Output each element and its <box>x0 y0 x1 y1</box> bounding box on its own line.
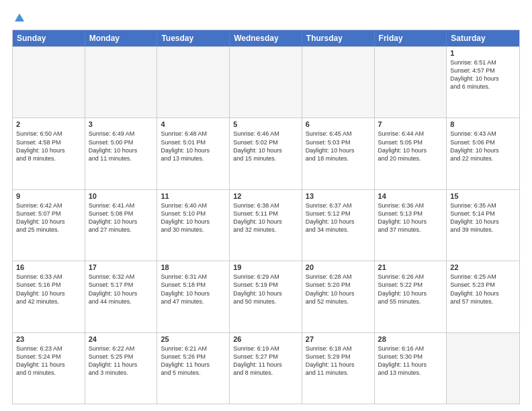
header-day-thursday: Thursday <box>302 30 375 46</box>
calendar-cell: 14Sunrise: 6:36 AM Sunset: 5:13 PM Dayli… <box>375 190 447 261</box>
day-number: 4 <box>161 120 226 128</box>
day-number: 18 <box>161 263 226 271</box>
day-info: Sunrise: 6:31 AM Sunset: 5:18 PM Dayligh… <box>161 273 226 306</box>
calendar-cell: 9Sunrise: 6:42 AM Sunset: 5:07 PM Daylig… <box>13 190 85 261</box>
day-number: 14 <box>378 192 443 200</box>
day-info: Sunrise: 6:38 AM Sunset: 5:11 PM Dayligh… <box>233 201 298 234</box>
calendar-cell <box>302 47 375 118</box>
calendar-cell <box>13 47 85 118</box>
day-number: 26 <box>233 335 298 343</box>
calendar-cell: 13Sunrise: 6:37 AM Sunset: 5:12 PM Dayli… <box>302 190 375 261</box>
day-info: Sunrise: 6:45 AM Sunset: 5:03 PM Dayligh… <box>306 130 371 163</box>
calendar-cell: 17Sunrise: 6:32 AM Sunset: 5:17 PM Dayli… <box>85 261 158 332</box>
day-number: 28 <box>378 335 443 343</box>
day-info: Sunrise: 6:33 AM Sunset: 5:16 PM Dayligh… <box>16 273 81 306</box>
day-number: 7 <box>378 120 443 128</box>
calendar-cell: 8Sunrise: 6:43 AM Sunset: 5:06 PM Daylig… <box>447 118 519 189</box>
header-day-monday: Monday <box>85 30 158 46</box>
day-info: Sunrise: 6:29 AM Sunset: 5:19 PM Dayligh… <box>233 273 298 306</box>
calendar-cell: 24Sunrise: 6:22 AM Sunset: 5:25 PM Dayli… <box>85 333 158 404</box>
day-info: Sunrise: 6:40 AM Sunset: 5:10 PM Dayligh… <box>161 201 226 234</box>
calendar-cell: 6Sunrise: 6:45 AM Sunset: 5:03 PM Daylig… <box>302 118 375 189</box>
day-info: Sunrise: 6:35 AM Sunset: 5:14 PM Dayligh… <box>450 201 516 234</box>
calendar-cell: 12Sunrise: 6:38 AM Sunset: 5:11 PM Dayli… <box>230 190 302 261</box>
day-number: 19 <box>233 263 298 271</box>
calendar-cell: 11Sunrise: 6:40 AM Sunset: 5:10 PM Dayli… <box>157 190 230 261</box>
day-number: 10 <box>89 192 154 200</box>
calendar-cell: 4Sunrise: 6:48 AM Sunset: 5:01 PM Daylig… <box>157 118 230 189</box>
day-number: 25 <box>161 335 226 343</box>
day-number: 13 <box>306 192 371 200</box>
logo-icon <box>13 12 26 24</box>
calendar-cell: 23Sunrise: 6:23 AM Sunset: 5:24 PM Dayli… <box>13 333 85 404</box>
day-info: Sunrise: 6:21 AM Sunset: 5:26 PM Dayligh… <box>161 345 226 377</box>
day-number: 1 <box>450 49 516 57</box>
calendar-row-5: 23Sunrise: 6:23 AM Sunset: 5:24 PM Dayli… <box>13 332 519 404</box>
day-number: 8 <box>450 120 516 128</box>
calendar-cell: 28Sunrise: 6:16 AM Sunset: 5:30 PM Dayli… <box>375 333 447 404</box>
calendar-cell: 2Sunrise: 6:50 AM Sunset: 4:58 PM Daylig… <box>13 118 85 189</box>
calendar-row-1: 1Sunrise: 6:51 AM Sunset: 4:57 PM Daylig… <box>13 46 519 118</box>
day-info: Sunrise: 6:36 AM Sunset: 5:13 PM Dayligh… <box>378 201 443 234</box>
calendar-cell: 19Sunrise: 6:29 AM Sunset: 5:19 PM Dayli… <box>230 261 302 332</box>
svg-marker-0 <box>15 13 24 21</box>
day-number: 27 <box>306 335 371 343</box>
day-number: 24 <box>89 335 154 343</box>
calendar-grid: SundayMondayTuesdayWednesdayThursdayFrid… <box>12 30 520 404</box>
day-info: Sunrise: 6:19 AM Sunset: 5:27 PM Dayligh… <box>233 345 298 377</box>
calendar-cell: 16Sunrise: 6:33 AM Sunset: 5:16 PM Dayli… <box>13 261 85 332</box>
calendar-cell: 20Sunrise: 6:28 AM Sunset: 5:20 PM Dayli… <box>302 261 375 332</box>
calendar-cell <box>85 47 158 118</box>
day-info: Sunrise: 6:48 AM Sunset: 5:01 PM Dayligh… <box>161 130 226 163</box>
calendar-cell <box>375 47 447 118</box>
calendar-cell <box>447 333 519 404</box>
day-number: 16 <box>16 263 81 271</box>
day-info: Sunrise: 6:50 AM Sunset: 4:58 PM Dayligh… <box>16 130 81 163</box>
calendar-body: 1Sunrise: 6:51 AM Sunset: 4:57 PM Daylig… <box>13 46 519 404</box>
calendar-cell: 22Sunrise: 6:25 AM Sunset: 5:23 PM Dayli… <box>447 261 519 332</box>
day-number: 23 <box>16 335 81 343</box>
day-info: Sunrise: 6:22 AM Sunset: 5:25 PM Dayligh… <box>89 345 154 377</box>
calendar-cell: 5Sunrise: 6:46 AM Sunset: 5:02 PM Daylig… <box>230 118 302 189</box>
day-number: 6 <box>306 120 371 128</box>
day-info: Sunrise: 6:51 AM Sunset: 4:57 PM Dayligh… <box>450 58 516 91</box>
day-info: Sunrise: 6:42 AM Sunset: 5:07 PM Dayligh… <box>16 201 81 234</box>
calendar-cell: 27Sunrise: 6:18 AM Sunset: 5:29 PM Dayli… <box>302 333 375 404</box>
day-info: Sunrise: 6:25 AM Sunset: 5:23 PM Dayligh… <box>450 273 516 306</box>
calendar-cell: 25Sunrise: 6:21 AM Sunset: 5:26 PM Dayli… <box>157 333 230 404</box>
day-info: Sunrise: 6:26 AM Sunset: 5:22 PM Dayligh… <box>378 273 443 306</box>
day-number: 17 <box>89 263 154 271</box>
day-info: Sunrise: 6:46 AM Sunset: 5:02 PM Dayligh… <box>233 130 298 163</box>
calendar-row-3: 9Sunrise: 6:42 AM Sunset: 5:07 PM Daylig… <box>13 189 519 261</box>
day-number: 22 <box>450 263 516 271</box>
day-info: Sunrise: 6:44 AM Sunset: 5:05 PM Dayligh… <box>378 130 443 163</box>
calendar-cell <box>230 47 302 118</box>
day-number: 9 <box>16 192 81 200</box>
day-number: 12 <box>233 192 298 200</box>
day-number: 21 <box>378 263 443 271</box>
day-number: 15 <box>450 192 516 200</box>
calendar-header: SundayMondayTuesdayWednesdayThursdayFrid… <box>13 30 519 46</box>
page-header <box>12 12 520 24</box>
header-day-friday: Friday <box>375 30 447 46</box>
calendar-page: SundayMondayTuesdayWednesdayThursdayFrid… <box>0 0 532 411</box>
day-info: Sunrise: 6:41 AM Sunset: 5:08 PM Dayligh… <box>89 201 154 234</box>
header-day-tuesday: Tuesday <box>157 30 230 46</box>
day-info: Sunrise: 6:32 AM Sunset: 5:17 PM Dayligh… <box>89 273 154 306</box>
header-day-saturday: Saturday <box>447 30 519 46</box>
day-info: Sunrise: 6:23 AM Sunset: 5:24 PM Dayligh… <box>16 345 81 377</box>
calendar-cell: 26Sunrise: 6:19 AM Sunset: 5:27 PM Dayli… <box>230 333 302 404</box>
day-number: 5 <box>233 120 298 128</box>
calendar-cell: 1Sunrise: 6:51 AM Sunset: 4:57 PM Daylig… <box>447 47 519 118</box>
calendar-cell <box>157 47 230 118</box>
day-number: 3 <box>89 120 154 128</box>
header-day-sunday: Sunday <box>13 30 85 46</box>
calendar-cell: 21Sunrise: 6:26 AM Sunset: 5:22 PM Dayli… <box>375 261 447 332</box>
calendar-row-2: 2Sunrise: 6:50 AM Sunset: 4:58 PM Daylig… <box>13 118 519 189</box>
day-info: Sunrise: 6:37 AM Sunset: 5:12 PM Dayligh… <box>306 201 371 234</box>
calendar-cell: 3Sunrise: 6:49 AM Sunset: 5:00 PM Daylig… <box>85 118 158 189</box>
calendar-cell: 15Sunrise: 6:35 AM Sunset: 5:14 PM Dayli… <box>447 190 519 261</box>
day-number: 20 <box>306 263 371 271</box>
calendar-row-4: 16Sunrise: 6:33 AM Sunset: 5:16 PM Dayli… <box>13 261 519 332</box>
calendar-cell: 10Sunrise: 6:41 AM Sunset: 5:08 PM Dayli… <box>85 190 158 261</box>
